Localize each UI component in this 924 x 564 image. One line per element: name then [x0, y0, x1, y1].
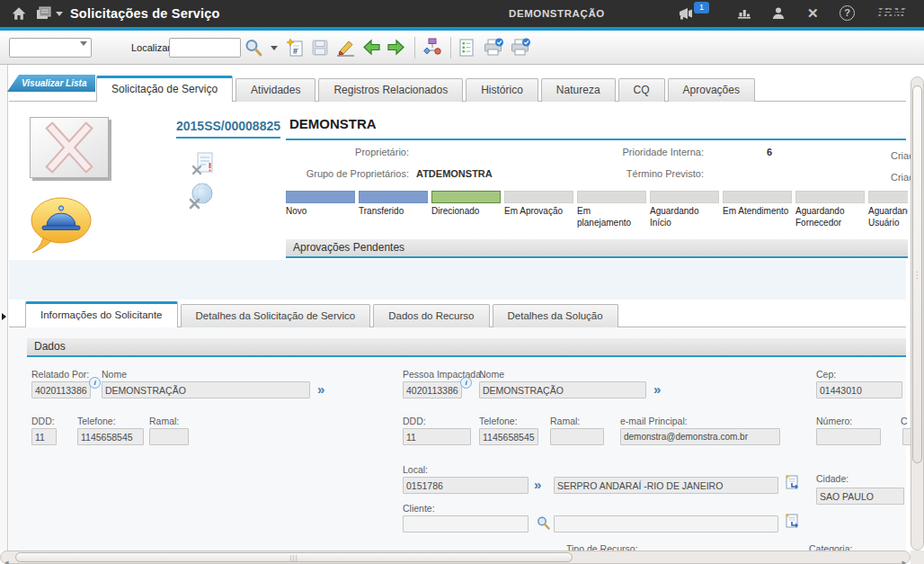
impactada-nome-input[interactable] [479, 381, 646, 398]
pessoa-impactada-input[interactable] [403, 381, 462, 398]
help-icon[interactable] [840, 5, 855, 21]
view-list-button[interactable]: Visualizar Lista [7, 75, 95, 92]
owner-group-value: ATDEMONSTRA [416, 168, 493, 179]
owner-group-label: Grupo de Proprietários: [261, 168, 409, 179]
view-list-label: Visualizar Lista [22, 78, 86, 88]
app-title: Solicitações de Serviço [70, 6, 220, 21]
horizontal-scrollbar[interactable] [0, 551, 911, 564]
subtab-detalhes-da-solucao[interactable]: Detalhes da Solução [493, 304, 618, 327]
vertical-scrollbar[interactable] [911, 76, 924, 551]
notification-badge[interactable]: 1 [694, 2, 709, 13]
subtab-dados-do-recurso[interactable]: Dados do Recurso [373, 304, 489, 327]
bar-chart-icon[interactable] [737, 7, 751, 23]
left-rail [0, 65, 8, 551]
status-flow: Novo Transferido Direcionado Em Aprovaçã… [286, 191, 908, 228]
record-image-placeholder-icon [30, 117, 109, 178]
cliente-input[interactable] [403, 515, 529, 533]
print-icon[interactable] [483, 38, 504, 61]
cliente-lookup-magnifier-icon[interactable] [536, 515, 551, 534]
pending-approvals-panel [9, 260, 906, 300]
priority-value: 6 [767, 147, 772, 157]
impactada-detail-chevron-icon[interactable] [653, 382, 661, 396]
impactada-ramal-input[interactable] [550, 428, 604, 445]
tab-cq[interactable]: CQ [618, 78, 665, 102]
relatado-por-input[interactable] [31, 381, 91, 398]
relatado-nome-input[interactable] [102, 381, 310, 398]
status-step-aguardando-usuario: Aguardando Usuário [868, 191, 908, 228]
local-detail-menu-icon[interactable] [784, 474, 800, 496]
home-icon[interactable] [11, 5, 27, 25]
relatado-ramal-label: Ramal: [149, 416, 179, 426]
expand-panel-arrow-icon[interactable] [2, 313, 6, 320]
cidade-input[interactable] [816, 488, 904, 505]
cidade-label: Cidade: [816, 473, 848, 484]
pessoa-impactada-info-icon[interactable] [460, 377, 472, 389]
relatado-telefone-input[interactable] [77, 428, 144, 445]
relatado-telefone-label: Telefone: [77, 416, 116, 426]
tab-atividades[interactable]: Atividades [235, 78, 315, 102]
vertical-scrollbar-thumb[interactable] [912, 85, 922, 463]
new-record-icon[interactable]: # [286, 38, 306, 61]
search-icon[interactable] [244, 38, 263, 61]
tab-aprovacoes[interactable]: Aprovações [668, 78, 755, 102]
subtab-detalhes-da-solicitacao[interactable]: Detalhes da Solicitação de Servico [181, 304, 371, 327]
relatado-por-label: Relatado Por: [31, 369, 89, 380]
close-icon[interactable] [807, 5, 819, 22]
cliente-label: Cliente: [403, 503, 435, 514]
person-icon[interactable] [771, 6, 786, 24]
impactada-telefone-input[interactable] [479, 428, 538, 445]
next-record-icon[interactable] [386, 39, 405, 59]
relatado-ddd-input[interactable] [31, 428, 57, 445]
query-select[interactable] [9, 38, 92, 58]
find-input[interactable] [169, 38, 241, 58]
toolbar: Localizar: # [0, 31, 924, 65]
sub-tabs: Informações do Solicitante Detalhes da S… [25, 301, 621, 327]
scroll-right-arrow-icon[interactable] [902, 552, 906, 564]
window-stack-icon[interactable] [36, 6, 52, 24]
status-step-transferido: Transferido [359, 191, 428, 228]
relatado-ddd-label: DDD: [31, 416, 55, 426]
numero-input[interactable] [816, 428, 881, 445]
impactada-ddd-input[interactable] [403, 428, 471, 445]
clear-changes-icon[interactable] [334, 38, 358, 61]
cep-input[interactable] [816, 381, 902, 398]
document-x-icon [191, 151, 216, 180]
cliente-detail-menu-icon[interactable] [784, 513, 800, 534]
relatado-por-info-icon[interactable] [89, 377, 101, 389]
scrollbar-corner [911, 551, 924, 564]
globe-x-icon [187, 182, 216, 214]
save-icon[interactable] [311, 39, 329, 60]
tab-solicitacao-de-servico[interactable]: Solicitação de Serviço [96, 76, 233, 102]
local-description-input[interactable] [554, 477, 778, 494]
email-input[interactable] [620, 428, 780, 445]
nav-caret-icon[interactable] [56, 12, 63, 16]
pending-approvals-header: Aprovações Pendentes [286, 239, 908, 258]
tab-natureza[interactable]: Natureza [541, 78, 616, 102]
print-attachments-icon[interactable] [510, 38, 531, 61]
local-detail-chevron-icon[interactable] [534, 478, 541, 491]
tab-historico[interactable]: Histórico [466, 78, 538, 102]
scroll-left-arrow-icon[interactable] [4, 552, 9, 564]
cliente-description-input[interactable] [554, 515, 778, 533]
workflow-icon[interactable] [422, 38, 443, 61]
horizontal-scrollbar-thumb[interactable] [15, 552, 573, 562]
local-input[interactable] [403, 477, 529, 494]
email-label: e-mail Principal: [620, 416, 688, 426]
megaphone-icon[interactable] [678, 6, 696, 24]
toolbar-separator [414, 37, 415, 58]
previous-record-icon[interactable] [362, 39, 381, 59]
report-icon[interactable] [458, 38, 475, 61]
relatado-ramal-input[interactable] [149, 428, 189, 445]
relatado-nome-label: Nome [102, 369, 127, 380]
subtab-informacoes-do-solicitante[interactable]: Informações do Solicitante [25, 301, 178, 327]
priority-label: Prioridade Interna: [575, 147, 704, 157]
clipped-categoria-label: Categoria: [809, 543, 852, 551]
relatado-detail-chevron-icon[interactable] [317, 382, 324, 396]
search-options-caret-icon[interactable] [271, 46, 278, 50]
status-step-aguardando-inicio: Aguardando Início [650, 191, 719, 228]
status-step-novo: Novo [286, 191, 355, 228]
record-summary: DEMONSTRA [289, 116, 377, 131]
dados-section-header: Dados [27, 338, 906, 357]
environment-label: DEMONSTRAÇÃO [509, 8, 605, 19]
tab-registros-relacionados[interactable]: Registros Relacionados [318, 78, 463, 102]
